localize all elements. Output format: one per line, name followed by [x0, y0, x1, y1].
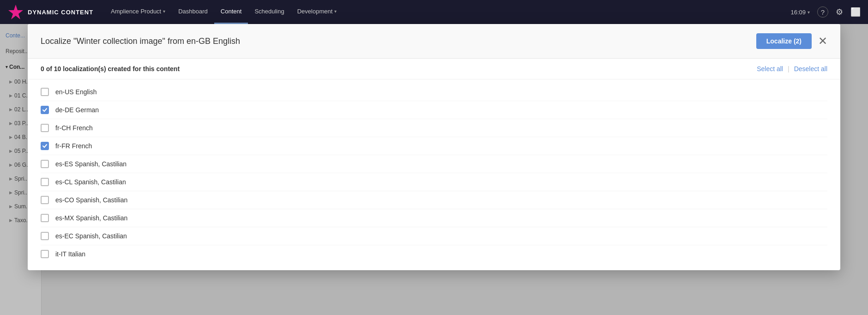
locale-label-6: es-CO Spanish, Castilian	[55, 196, 127, 204]
topnav-item-content[interactable]: Content	[214, 0, 248, 24]
checkbox-8[interactable]	[41, 232, 49, 240]
actions-separator: |	[788, 65, 790, 73]
locale-row-9[interactable]: it-IT Italian	[41, 245, 827, 263]
deselect-all-button[interactable]: Deselect all	[794, 65, 827, 73]
locale-row-8[interactable]: es-EC Spanish, Castilian	[41, 227, 827, 245]
locale-row-7[interactable]: es-MX Spanish, Castilian	[41, 209, 827, 227]
checkbox-4[interactable]	[41, 160, 49, 168]
localization-count: 0 of 10 localization(s) created for this…	[41, 65, 180, 73]
main-area: Conte... Reposit... ▾ Con... ▶ 00 H... ▶…	[0, 24, 868, 315]
topnav-item-development[interactable]: Development ▾	[291, 0, 344, 24]
locale-label-0: en-US English	[55, 88, 97, 96]
locale-label-3: fr-FR French	[55, 142, 92, 150]
checkmark-1	[42, 107, 48, 113]
locale-label-7: es-MX Spanish, Castilian	[55, 214, 127, 222]
modal: Localize "Winter collection image" from …	[28, 24, 840, 270]
checkbox-9[interactable]	[41, 250, 49, 258]
logo-icon	[7, 4, 24, 20]
chevron-down-icon-dev: ▾	[334, 9, 337, 14]
locale-row-5[interactable]: es-CL Spanish, Castilian	[41, 173, 827, 191]
locale-label-8: es-EC Spanish, Castilian	[55, 232, 127, 240]
clock-time: 16:09	[790, 9, 806, 16]
locale-label-1: de-DE German	[55, 106, 99, 114]
development-label: Development	[297, 8, 333, 15]
locale-label-9: it-IT Italian	[55, 250, 85, 258]
checkbox-1[interactable]	[41, 106, 49, 114]
locale-label-2: fr-CH French	[55, 124, 93, 132]
checkbox-2[interactable]	[41, 124, 49, 132]
locale-row-4[interactable]: es-ES Spanish, Castilian	[41, 155, 827, 173]
locale-row-3[interactable]: fr-FR French	[41, 137, 827, 155]
checkmark-3	[42, 143, 48, 149]
topnav-item-scheduling[interactable]: Scheduling	[248, 0, 290, 24]
settings-icon[interactable]: ⚙	[836, 7, 843, 17]
locale-list: en-US English de-DE German fr-CH French	[28, 79, 840, 270]
scheduling-label: Scheduling	[254, 8, 284, 15]
topnav: DYNAMIC CONTENT Amplience Product ▾ Dash…	[0, 0, 868, 24]
amplience-product-label: Amplience Product	[111, 8, 161, 15]
checkbox-0[interactable]	[41, 88, 49, 96]
content-label: Content	[221, 8, 242, 15]
time-display: 16:09 ▾	[790, 9, 810, 16]
locale-row-1[interactable]: de-DE German	[41, 101, 827, 119]
select-all-button[interactable]: Select all	[757, 65, 783, 73]
locale-row-0[interactable]: en-US English	[41, 83, 827, 101]
svg-marker-0	[8, 5, 23, 19]
modal-title: Localize "Winter collection image" from …	[41, 36, 240, 46]
chevron-down-icon: ▾	[163, 9, 165, 14]
close-button[interactable]: ✕	[818, 36, 827, 47]
modal-overlay: Localize "Winter collection image" from …	[0, 24, 868, 315]
locale-label-5: es-CL Spanish, Castilian	[55, 178, 126, 186]
modal-subheader: 0 of 10 localization(s) created for this…	[28, 59, 840, 79]
help-icon[interactable]: ?	[817, 6, 828, 18]
select-deselect-actions: Select all | Deselect all	[757, 65, 827, 73]
profile-icon[interactable]: ⬜	[850, 7, 861, 17]
dashboard-label: Dashboard	[178, 8, 208, 15]
topnav-items: Amplience Product ▾ Dashboard Content Sc…	[104, 0, 787, 24]
topnav-right: 16:09 ▾ ? ⚙ ⬜	[790, 6, 861, 18]
topnav-item-amplience[interactable]: Amplience Product ▾	[104, 0, 172, 24]
locale-row-2[interactable]: fr-CH French	[41, 119, 827, 137]
localize-button[interactable]: Localize (2)	[756, 33, 812, 49]
checkbox-7[interactable]	[41, 214, 49, 222]
locale-label-4: es-ES Spanish, Castilian	[55, 160, 127, 168]
logo[interactable]: DYNAMIC CONTENT	[7, 4, 93, 20]
checkbox-3[interactable]	[41, 142, 49, 150]
logo-text: DYNAMIC CONTENT	[28, 9, 93, 16]
checkbox-6[interactable]	[41, 196, 49, 204]
modal-header: Localize "Winter collection image" from …	[28, 24, 840, 59]
chevron-down-icon-time[interactable]: ▾	[808, 10, 810, 15]
locale-row-6[interactable]: es-CO Spanish, Castilian	[41, 191, 827, 209]
topnav-item-dashboard[interactable]: Dashboard	[172, 0, 214, 24]
checkbox-5[interactable]	[41, 178, 49, 186]
modal-header-actions: Localize (2) ✕	[756, 33, 827, 49]
